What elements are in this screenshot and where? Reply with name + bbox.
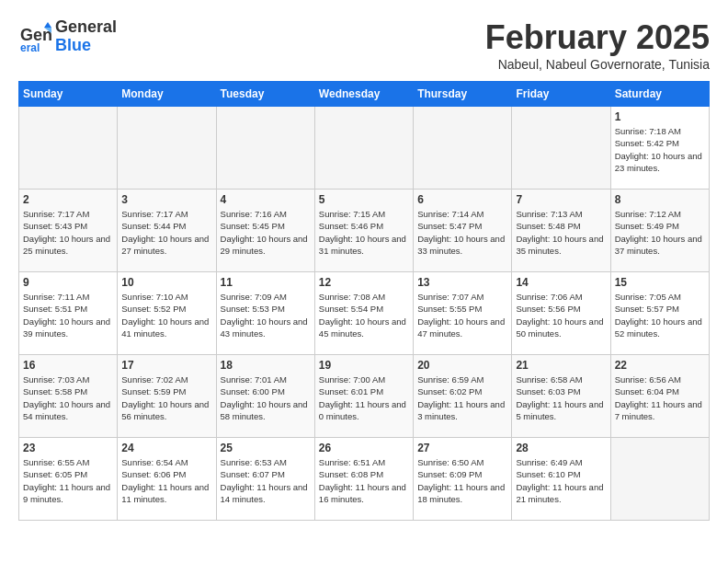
day-number: 7: [516, 193, 606, 206]
calendar-cell: 28 Sunrise: 6:49 AMSunset: 6:10 PMDaylig…: [512, 438, 610, 521]
day-number: 9: [23, 276, 113, 289]
cell-info: Sunrise: 7:13 AMSunset: 5:48 PMDaylight:…: [516, 209, 603, 256]
calendar-cell: 7 Sunrise: 7:13 AMSunset: 5:48 PMDayligh…: [512, 190, 610, 272]
cell-info: Sunrise: 7:05 AMSunset: 5:57 PMDaylight:…: [615, 292, 702, 339]
day-number: 28: [516, 442, 606, 454]
calendar-cell: 20 Sunrise: 6:59 AMSunset: 6:02 PMDaylig…: [414, 355, 512, 438]
day-number: 11: [221, 276, 311, 289]
calendar-cell: [118, 107, 216, 190]
svg-text:eral: eral: [20, 41, 40, 53]
calendar-cell: 8 Sunrise: 7:12 AMSunset: 5:49 PMDayligh…: [610, 190, 709, 272]
day-number: 3: [121, 193, 211, 206]
header: Gen eral General Blue February 2025 Nabe…: [18, 18, 710, 72]
calendar-cell: [512, 107, 610, 190]
day-number: 1: [615, 110, 705, 123]
weekday-header-saturday: Saturday: [610, 82, 709, 107]
day-number: 4: [221, 193, 311, 206]
cell-info: Sunrise: 7:12 AMSunset: 5:49 PMDaylight:…: [615, 209, 702, 256]
cell-info: Sunrise: 6:55 AMSunset: 6:05 PMDaylight:…: [23, 457, 110, 504]
day-number: 24: [121, 442, 211, 454]
calendar-cell: 22 Sunrise: 6:56 AMSunset: 6:04 PMDaylig…: [610, 355, 709, 438]
week-row-4: 16 Sunrise: 7:03 AMSunset: 5:58 PMDaylig…: [19, 355, 710, 438]
calendar-cell: 6 Sunrise: 7:14 AMSunset: 5:47 PMDayligh…: [414, 190, 512, 272]
day-number: 25: [221, 442, 311, 454]
cell-info: Sunrise: 7:15 AMSunset: 5:46 PMDaylight:…: [319, 209, 406, 256]
svg-marker-2: [44, 22, 51, 28]
weekday-header-sunday: Sunday: [19, 82, 118, 107]
cell-info: Sunrise: 6:59 AMSunset: 6:02 PMDaylight:…: [417, 374, 505, 421]
calendar-cell: 15 Sunrise: 7:05 AMSunset: 5:57 PMDaylig…: [610, 272, 709, 355]
subtitle: Nabeul, Nabeul Governorate, Tunisia: [485, 57, 710, 72]
calendar-cell: 24 Sunrise: 6:54 AMSunset: 6:06 PMDaylig…: [118, 438, 216, 521]
day-number: 5: [319, 193, 409, 206]
calendar-cell: 16 Sunrise: 7:03 AMSunset: 5:58 PMDaylig…: [19, 355, 118, 438]
calendar-cell: [314, 107, 413, 190]
day-number: 21: [516, 359, 606, 372]
calendar-cell: 14 Sunrise: 7:06 AMSunset: 5:56 PMDaylig…: [512, 272, 610, 355]
title-area: February 2025 Nabeul, Nabeul Governorate…: [485, 18, 710, 72]
cell-info: Sunrise: 7:01 AMSunset: 6:00 PMDaylight:…: [221, 374, 308, 421]
cell-info: Sunrise: 6:54 AMSunset: 6:06 PMDaylight:…: [121, 457, 209, 504]
cell-info: Sunrise: 6:53 AMSunset: 6:07 PMDaylight:…: [221, 457, 308, 504]
cell-info: Sunrise: 7:17 AMSunset: 5:44 PMDaylight:…: [121, 209, 209, 256]
week-row-5: 23 Sunrise: 6:55 AMSunset: 6:05 PMDaylig…: [19, 438, 710, 521]
calendar-cell: 13 Sunrise: 7:07 AMSunset: 5:55 PMDaylig…: [414, 272, 512, 355]
calendar-cell: 9 Sunrise: 7:11 AMSunset: 5:51 PMDayligh…: [19, 272, 118, 355]
week-row-1: 1 Sunrise: 7:18 AMSunset: 5:42 PMDayligh…: [19, 107, 710, 190]
cell-info: Sunrise: 7:11 AMSunset: 5:51 PMDaylight:…: [23, 292, 110, 339]
weekday-header-tuesday: Tuesday: [216, 82, 314, 107]
cell-info: Sunrise: 7:17 AMSunset: 5:43 PMDaylight:…: [23, 209, 110, 256]
day-number: 19: [319, 359, 409, 372]
calendar-cell: 25 Sunrise: 6:53 AMSunset: 6:07 PMDaylig…: [216, 438, 314, 521]
calendar-cell: 19 Sunrise: 7:00 AMSunset: 6:01 PMDaylig…: [314, 355, 413, 438]
week-row-3: 9 Sunrise: 7:11 AMSunset: 5:51 PMDayligh…: [19, 272, 710, 355]
weekday-header-wednesday: Wednesday: [314, 82, 413, 107]
day-number: 23: [23, 442, 113, 454]
calendar-cell: 3 Sunrise: 7:17 AMSunset: 5:44 PMDayligh…: [118, 190, 216, 272]
day-number: 10: [121, 276, 211, 289]
weekday-header-row: SundayMondayTuesdayWednesdayThursdayFrid…: [19, 82, 710, 107]
calendar-cell: 4 Sunrise: 7:16 AMSunset: 5:45 PMDayligh…: [216, 190, 314, 272]
calendar-cell: 10 Sunrise: 7:10 AMSunset: 5:52 PMDaylig…: [118, 272, 216, 355]
weekday-header-friday: Friday: [512, 82, 610, 107]
cell-info: Sunrise: 6:49 AMSunset: 6:10 PMDaylight:…: [516, 457, 603, 504]
week-row-2: 2 Sunrise: 7:17 AMSunset: 5:43 PMDayligh…: [19, 190, 710, 272]
logo-blue: Blue: [55, 37, 117, 55]
calendar-cell: 17 Sunrise: 7:02 AMSunset: 5:59 PMDaylig…: [118, 355, 216, 438]
day-number: 12: [319, 276, 409, 289]
cell-info: Sunrise: 6:51 AMSunset: 6:08 PMDaylight:…: [319, 457, 406, 504]
day-number: 17: [121, 359, 211, 372]
cell-info: Sunrise: 7:10 AMSunset: 5:52 PMDaylight:…: [121, 292, 209, 339]
logo-icon: Gen eral: [18, 20, 51, 53]
day-number: 16: [23, 359, 113, 372]
cell-info: Sunrise: 6:50 AMSunset: 6:09 PMDaylight:…: [417, 457, 505, 504]
cell-info: Sunrise: 7:06 AMSunset: 5:56 PMDaylight:…: [516, 292, 603, 339]
day-number: 18: [221, 359, 311, 372]
month-title: February 2025: [485, 18, 710, 57]
cell-info: Sunrise: 7:03 AMSunset: 5:58 PMDaylight:…: [23, 374, 110, 421]
weekday-header-thursday: Thursday: [414, 82, 512, 107]
calendar-cell: 26 Sunrise: 6:51 AMSunset: 6:08 PMDaylig…: [314, 438, 413, 521]
day-number: 2: [23, 193, 113, 206]
calendar-cell: [414, 107, 512, 190]
cell-info: Sunrise: 7:09 AMSunset: 5:53 PMDaylight:…: [221, 292, 308, 339]
day-number: 13: [417, 276, 507, 289]
logo: Gen eral General Blue: [18, 18, 117, 55]
calendar-cell: 5 Sunrise: 7:15 AMSunset: 5:46 PMDayligh…: [314, 190, 413, 272]
day-number: 27: [417, 442, 507, 454]
calendar-cell: 11 Sunrise: 7:09 AMSunset: 5:53 PMDaylig…: [216, 272, 314, 355]
day-number: 14: [516, 276, 606, 289]
calendar-cell: 2 Sunrise: 7:17 AMSunset: 5:43 PMDayligh…: [19, 190, 118, 272]
cell-info: Sunrise: 6:56 AMSunset: 6:04 PMDaylight:…: [615, 374, 702, 421]
logo-general: General: [55, 18, 117, 37]
cell-info: Sunrise: 7:07 AMSunset: 5:55 PMDaylight:…: [417, 292, 505, 339]
calendar-cell: 27 Sunrise: 6:50 AMSunset: 6:09 PMDaylig…: [414, 438, 512, 521]
calendar-cell: [216, 107, 314, 190]
cell-info: Sunrise: 7:18 AMSunset: 5:42 PMDaylight:…: [615, 126, 702, 173]
cell-info: Sunrise: 7:16 AMSunset: 5:45 PMDaylight:…: [221, 209, 308, 256]
calendar-cell: 23 Sunrise: 6:55 AMSunset: 6:05 PMDaylig…: [19, 438, 118, 521]
day-number: 8: [615, 193, 705, 206]
day-number: 20: [417, 359, 507, 372]
calendar-cell: 18 Sunrise: 7:01 AMSunset: 6:00 PMDaylig…: [216, 355, 314, 438]
day-number: 22: [615, 359, 705, 372]
